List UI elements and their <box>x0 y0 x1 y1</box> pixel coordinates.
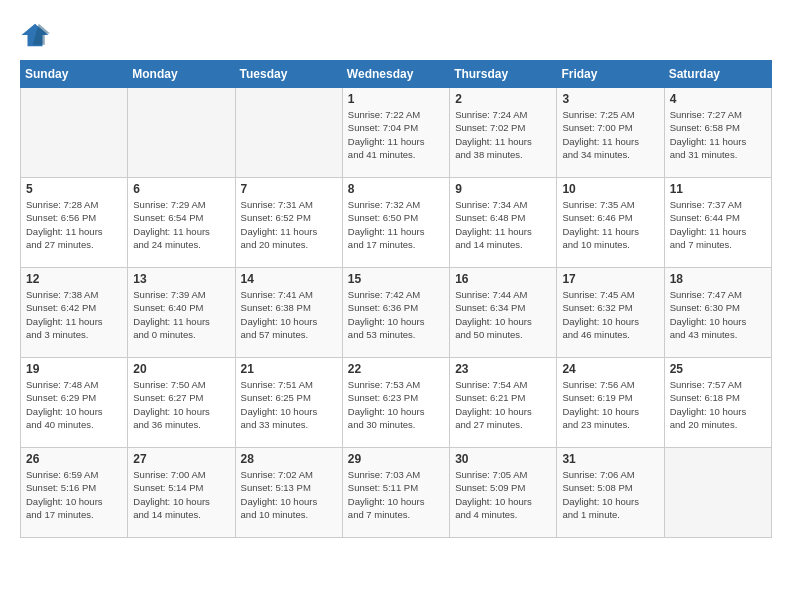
day-info: Sunrise: 7:29 AM Sunset: 6:54 PM Dayligh… <box>133 198 229 251</box>
header-saturday: Saturday <box>664 61 771 88</box>
day-number: 20 <box>133 362 229 376</box>
day-info: Sunrise: 7:57 AM Sunset: 6:18 PM Dayligh… <box>670 378 766 431</box>
day-number: 13 <box>133 272 229 286</box>
day-cell: 9Sunrise: 7:34 AM Sunset: 6:48 PM Daylig… <box>450 178 557 268</box>
day-cell: 10Sunrise: 7:35 AM Sunset: 6:46 PM Dayli… <box>557 178 664 268</box>
day-cell <box>664 448 771 538</box>
day-cell: 13Sunrise: 7:39 AM Sunset: 6:40 PM Dayli… <box>128 268 235 358</box>
day-info: Sunrise: 7:03 AM Sunset: 5:11 PM Dayligh… <box>348 468 444 521</box>
header-sunday: Sunday <box>21 61 128 88</box>
day-info: Sunrise: 7:27 AM Sunset: 6:58 PM Dayligh… <box>670 108 766 161</box>
day-info: Sunrise: 6:59 AM Sunset: 5:16 PM Dayligh… <box>26 468 122 521</box>
day-cell <box>21 88 128 178</box>
day-cell: 22Sunrise: 7:53 AM Sunset: 6:23 PM Dayli… <box>342 358 449 448</box>
day-cell: 24Sunrise: 7:56 AM Sunset: 6:19 PM Dayli… <box>557 358 664 448</box>
day-number: 6 <box>133 182 229 196</box>
day-info: Sunrise: 7:05 AM Sunset: 5:09 PM Dayligh… <box>455 468 551 521</box>
day-cell <box>235 88 342 178</box>
day-cell: 31Sunrise: 7:06 AM Sunset: 5:08 PM Dayli… <box>557 448 664 538</box>
day-info: Sunrise: 7:56 AM Sunset: 6:19 PM Dayligh… <box>562 378 658 431</box>
day-cell <box>128 88 235 178</box>
day-info: Sunrise: 7:48 AM Sunset: 6:29 PM Dayligh… <box>26 378 122 431</box>
day-info: Sunrise: 7:54 AM Sunset: 6:21 PM Dayligh… <box>455 378 551 431</box>
week-row-1: 1Sunrise: 7:22 AM Sunset: 7:04 PM Daylig… <box>21 88 772 178</box>
day-info: Sunrise: 7:25 AM Sunset: 7:00 PM Dayligh… <box>562 108 658 161</box>
day-number: 1 <box>348 92 444 106</box>
day-number: 26 <box>26 452 122 466</box>
day-cell: 6Sunrise: 7:29 AM Sunset: 6:54 PM Daylig… <box>128 178 235 268</box>
day-cell: 20Sunrise: 7:50 AM Sunset: 6:27 PM Dayli… <box>128 358 235 448</box>
day-number: 25 <box>670 362 766 376</box>
day-info: Sunrise: 7:42 AM Sunset: 6:36 PM Dayligh… <box>348 288 444 341</box>
day-info: Sunrise: 7:34 AM Sunset: 6:48 PM Dayligh… <box>455 198 551 251</box>
day-number: 3 <box>562 92 658 106</box>
week-row-4: 19Sunrise: 7:48 AM Sunset: 6:29 PM Dayli… <box>21 358 772 448</box>
logo-icon <box>20 20 50 50</box>
week-row-2: 5Sunrise: 7:28 AM Sunset: 6:56 PM Daylig… <box>21 178 772 268</box>
day-number: 29 <box>348 452 444 466</box>
day-info: Sunrise: 7:35 AM Sunset: 6:46 PM Dayligh… <box>562 198 658 251</box>
day-cell: 19Sunrise: 7:48 AM Sunset: 6:29 PM Dayli… <box>21 358 128 448</box>
day-info: Sunrise: 7:44 AM Sunset: 6:34 PM Dayligh… <box>455 288 551 341</box>
day-number: 11 <box>670 182 766 196</box>
day-number: 10 <box>562 182 658 196</box>
day-number: 7 <box>241 182 337 196</box>
header-monday: Monday <box>128 61 235 88</box>
week-row-3: 12Sunrise: 7:38 AM Sunset: 6:42 PM Dayli… <box>21 268 772 358</box>
day-info: Sunrise: 7:31 AM Sunset: 6:52 PM Dayligh… <box>241 198 337 251</box>
day-cell: 18Sunrise: 7:47 AM Sunset: 6:30 PM Dayli… <box>664 268 771 358</box>
day-info: Sunrise: 7:28 AM Sunset: 6:56 PM Dayligh… <box>26 198 122 251</box>
day-cell: 28Sunrise: 7:02 AM Sunset: 5:13 PM Dayli… <box>235 448 342 538</box>
day-number: 5 <box>26 182 122 196</box>
day-number: 4 <box>670 92 766 106</box>
day-info: Sunrise: 7:22 AM Sunset: 7:04 PM Dayligh… <box>348 108 444 161</box>
day-number: 8 <box>348 182 444 196</box>
day-number: 2 <box>455 92 551 106</box>
day-cell: 2Sunrise: 7:24 AM Sunset: 7:02 PM Daylig… <box>450 88 557 178</box>
day-cell: 25Sunrise: 7:57 AM Sunset: 6:18 PM Dayli… <box>664 358 771 448</box>
day-info: Sunrise: 7:51 AM Sunset: 6:25 PM Dayligh… <box>241 378 337 431</box>
day-cell: 5Sunrise: 7:28 AM Sunset: 6:56 PM Daylig… <box>21 178 128 268</box>
day-cell: 3Sunrise: 7:25 AM Sunset: 7:00 PM Daylig… <box>557 88 664 178</box>
day-cell: 1Sunrise: 7:22 AM Sunset: 7:04 PM Daylig… <box>342 88 449 178</box>
day-number: 18 <box>670 272 766 286</box>
week-row-5: 26Sunrise: 6:59 AM Sunset: 5:16 PM Dayli… <box>21 448 772 538</box>
day-number: 27 <box>133 452 229 466</box>
day-number: 15 <box>348 272 444 286</box>
day-info: Sunrise: 7:00 AM Sunset: 5:14 PM Dayligh… <box>133 468 229 521</box>
day-info: Sunrise: 7:32 AM Sunset: 6:50 PM Dayligh… <box>348 198 444 251</box>
day-number: 24 <box>562 362 658 376</box>
day-number: 12 <box>26 272 122 286</box>
day-number: 23 <box>455 362 551 376</box>
day-cell: 29Sunrise: 7:03 AM Sunset: 5:11 PM Dayli… <box>342 448 449 538</box>
day-cell: 30Sunrise: 7:05 AM Sunset: 5:09 PM Dayli… <box>450 448 557 538</box>
day-info: Sunrise: 7:45 AM Sunset: 6:32 PM Dayligh… <box>562 288 658 341</box>
calendar-header-row: SundayMondayTuesdayWednesdayThursdayFrid… <box>21 61 772 88</box>
day-cell: 12Sunrise: 7:38 AM Sunset: 6:42 PM Dayli… <box>21 268 128 358</box>
day-number: 21 <box>241 362 337 376</box>
day-cell: 14Sunrise: 7:41 AM Sunset: 6:38 PM Dayli… <box>235 268 342 358</box>
day-number: 31 <box>562 452 658 466</box>
day-number: 28 <box>241 452 337 466</box>
day-number: 9 <box>455 182 551 196</box>
day-info: Sunrise: 7:39 AM Sunset: 6:40 PM Dayligh… <box>133 288 229 341</box>
day-number: 17 <box>562 272 658 286</box>
calendar-table: SundayMondayTuesdayWednesdayThursdayFrid… <box>20 60 772 538</box>
page-header <box>20 20 772 50</box>
header-friday: Friday <box>557 61 664 88</box>
day-info: Sunrise: 7:53 AM Sunset: 6:23 PM Dayligh… <box>348 378 444 431</box>
header-tuesday: Tuesday <box>235 61 342 88</box>
day-number: 22 <box>348 362 444 376</box>
day-cell: 27Sunrise: 7:00 AM Sunset: 5:14 PM Dayli… <box>128 448 235 538</box>
header-thursday: Thursday <box>450 61 557 88</box>
day-cell: 11Sunrise: 7:37 AM Sunset: 6:44 PM Dayli… <box>664 178 771 268</box>
day-cell: 21Sunrise: 7:51 AM Sunset: 6:25 PM Dayli… <box>235 358 342 448</box>
day-cell: 4Sunrise: 7:27 AM Sunset: 6:58 PM Daylig… <box>664 88 771 178</box>
header-wednesday: Wednesday <box>342 61 449 88</box>
day-info: Sunrise: 7:37 AM Sunset: 6:44 PM Dayligh… <box>670 198 766 251</box>
day-cell: 17Sunrise: 7:45 AM Sunset: 6:32 PM Dayli… <box>557 268 664 358</box>
logo <box>20 20 54 50</box>
day-info: Sunrise: 7:06 AM Sunset: 5:08 PM Dayligh… <box>562 468 658 521</box>
day-info: Sunrise: 7:38 AM Sunset: 6:42 PM Dayligh… <box>26 288 122 341</box>
day-number: 30 <box>455 452 551 466</box>
